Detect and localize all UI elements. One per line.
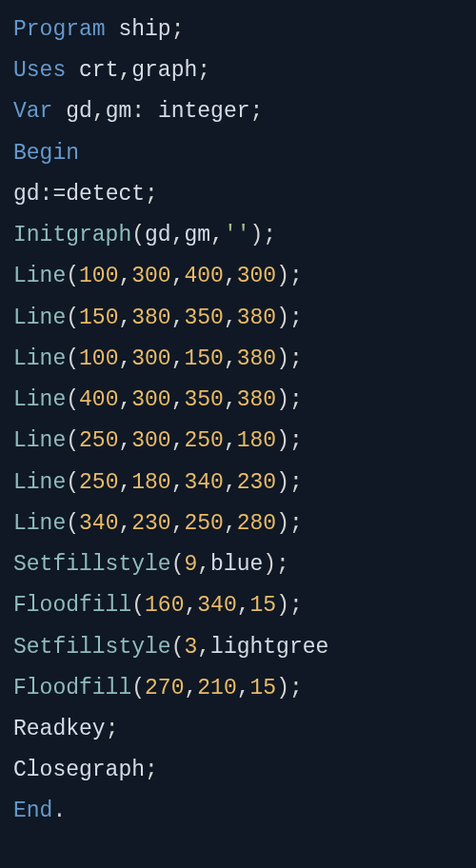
token-ident: gd [13, 182, 40, 207]
token-num: 230 [131, 511, 170, 536]
token-num: 380 [237, 387, 276, 412]
token-punc: , [171, 428, 185, 453]
token-punc: , [224, 346, 237, 371]
token-ident: crt [66, 58, 118, 83]
token-num: 250 [185, 428, 224, 453]
token-punc: ); [276, 676, 303, 700]
token-punc: ); [276, 511, 303, 536]
code-line: Line(340,230,250,280); [13, 503, 463, 544]
token-punc: ( [66, 306, 79, 330]
token-func: Line [13, 306, 66, 330]
token-punc: ; [171, 17, 185, 42]
token-func: Line [13, 428, 66, 453]
code-line: Readkey; [13, 709, 463, 750]
token-ident: gd [145, 223, 171, 247]
token-num: 210 [197, 676, 236, 700]
token-func: Line [13, 470, 66, 495]
token-punc: , [171, 470, 185, 495]
token-func: Setfillstyle [13, 635, 171, 660]
token-func: Line [13, 387, 66, 412]
token-func: Initgraph [13, 223, 131, 247]
token-kw: Var [13, 99, 52, 124]
token-kw: End [13, 799, 52, 823]
code-line: Program ship; [13, 10, 463, 50]
code-line: Line(100,300,400,300); [13, 256, 463, 297]
token-punc: ( [131, 593, 145, 618]
token-punc: ); [250, 223, 277, 247]
token-num: 300 [131, 387, 170, 412]
token-punc: , [224, 306, 237, 330]
token-func: Line [13, 264, 66, 288]
token-ident: gm [106, 99, 132, 124]
token-punc: ); [276, 306, 303, 330]
token-punc: ); [276, 346, 303, 371]
token-kw: Begin [13, 141, 79, 166]
code-line: Line(150,380,350,380); [13, 298, 463, 339]
code-line: Setfillstyle(9,blue); [13, 544, 463, 585]
token-punc: , [171, 264, 185, 288]
token-num: 380 [131, 306, 170, 330]
token-type: integer [158, 99, 250, 124]
token-punc: ( [131, 676, 145, 700]
token-num: 350 [185, 387, 224, 412]
token-punc: ( [66, 387, 79, 412]
token-punc: ; [145, 182, 158, 207]
token-const: blue [210, 552, 263, 577]
code-line: Closegraph; [13, 750, 463, 791]
token-num: 340 [79, 511, 118, 536]
token-num: 300 [131, 346, 170, 371]
code-line: gd:=detect; [13, 174, 463, 215]
code-line: Line(250,180,340,230); [13, 463, 463, 503]
token-punc: ( [171, 552, 185, 577]
code-line: Setfillstyle(3,lightgree [13, 627, 463, 668]
token-num: 230 [237, 470, 276, 495]
token-num: 380 [237, 306, 276, 330]
token-num: 150 [79, 306, 118, 330]
token-func: Floodfill [13, 593, 131, 618]
token-punc: ); [276, 593, 303, 618]
token-num: 15 [250, 593, 277, 618]
token-punc: , [224, 511, 237, 536]
token-punc: ( [66, 470, 79, 495]
token-punc: ; [197, 58, 210, 83]
token-ident: gm [184, 223, 210, 247]
code-line: Begin [13, 133, 463, 174]
token-num: 350 [185, 306, 224, 330]
token-punc: , [224, 428, 237, 453]
token-punc: , [118, 511, 131, 536]
token-num: 250 [79, 470, 118, 495]
code-line: Line(250,300,250,180); [13, 421, 463, 462]
token-num: 300 [131, 428, 170, 453]
token-punc: : [131, 99, 158, 124]
token-ident: Closegraph [13, 758, 145, 782]
token-punc: ( [131, 223, 145, 247]
token-punc: . [52, 799, 66, 823]
token-func: Line [13, 346, 66, 371]
token-const: lightgree [210, 635, 328, 660]
token-punc: , [224, 470, 237, 495]
token-punc: ); [276, 428, 303, 453]
token-punc: ( [66, 511, 79, 536]
token-num: 3 [184, 635, 197, 660]
token-num: 380 [237, 346, 276, 371]
code-line: End. [13, 791, 463, 832]
code-line: Floodfill(160,340,15); [13, 585, 463, 626]
token-punc: ; [106, 717, 119, 741]
token-num: 150 [185, 346, 224, 371]
token-num: 160 [145, 593, 184, 618]
token-punc: , [197, 635, 210, 660]
token-num: 180 [237, 428, 276, 453]
token-punc: , [184, 593, 197, 618]
token-kw: Program [13, 17, 106, 42]
token-punc: ); [263, 552, 289, 577]
token-punc: ( [66, 264, 79, 288]
token-punc: ( [66, 428, 79, 453]
token-num: 300 [237, 264, 276, 288]
code-line: Var gd,gm: integer; [13, 91, 463, 132]
token-func: Line [13, 511, 66, 536]
token-punc: ); [276, 387, 303, 412]
token-num: 250 [79, 428, 118, 453]
token-num: 280 [237, 511, 276, 536]
token-punc: ; [250, 99, 264, 124]
token-ident: gd [52, 99, 91, 124]
